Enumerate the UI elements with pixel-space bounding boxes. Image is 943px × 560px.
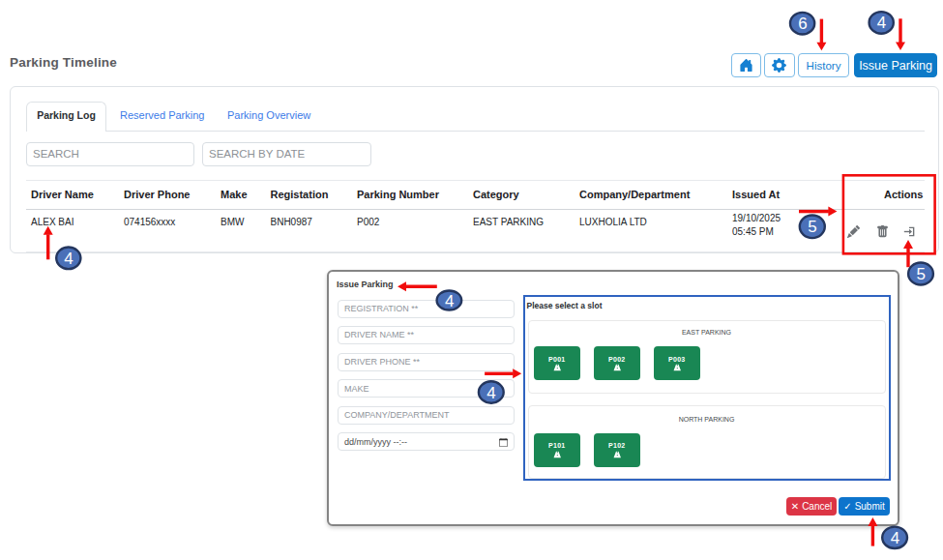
svg-text:4: 4	[64, 250, 73, 268]
svg-text:6: 6	[798, 15, 807, 33]
svg-text:4: 4	[486, 384, 495, 402]
svg-text:4: 4	[445, 292, 454, 310]
svg-text:5: 5	[917, 265, 926, 283]
svg-text:4: 4	[877, 14, 886, 32]
svg-text:5: 5	[808, 218, 816, 236]
svg-text:4: 4	[891, 529, 899, 547]
